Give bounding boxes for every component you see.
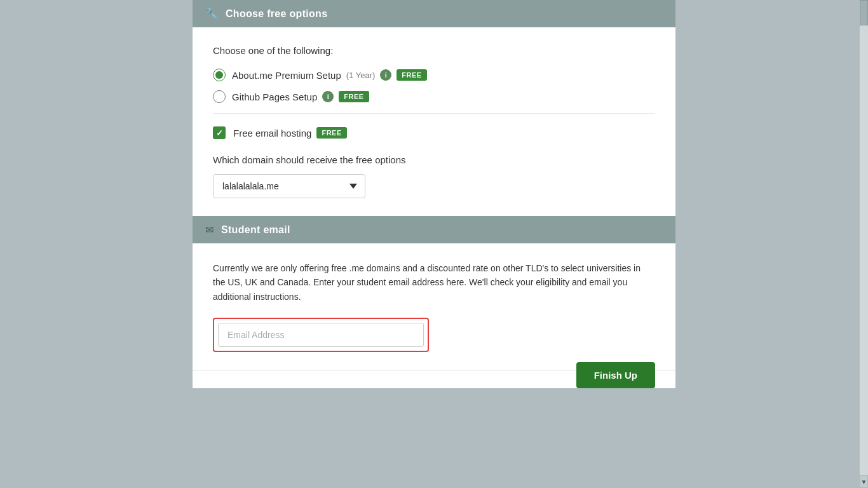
student-email-body: Currently we are only offering free .me … — [193, 243, 675, 370]
option-row-github: Github Pages Setup i FREE — [213, 90, 655, 103]
radio-github[interactable] — [213, 90, 226, 103]
envelope-icon: ✉ — [205, 224, 214, 236]
free-email-label: Free email hosting FREE — [233, 127, 347, 139]
email-input[interactable] — [218, 323, 424, 347]
wrench-icon: 🔧 — [205, 8, 218, 20]
scrollbar-thumb[interactable] — [860, 0, 868, 25]
page-wrapper: 🔧 Choose free options Choose one of the … — [0, 0, 868, 488]
radio-about-me[interactable] — [213, 69, 226, 81]
info-icon-github[interactable]: i — [322, 91, 334, 102]
free-email-row: Free email hosting FREE — [213, 126, 655, 139]
option-label-about-me: About.me Premium Setup (1 Year) i FREE — [232, 69, 427, 81]
student-description: Currently we are only offering free .me … — [213, 261, 655, 304]
free-options-title: Choose free options — [226, 8, 327, 20]
free-badge-github: FREE — [339, 91, 369, 102]
option-row-about-me: About.me Premium Setup (1 Year) i FREE — [213, 69, 655, 81]
email-input-wrapper — [213, 318, 429, 352]
choose-label: Choose one of the following: — [213, 45, 655, 56]
option-year-about-me: (1 Year) — [346, 71, 376, 80]
domain-section: Which domain should receive the free opt… — [213, 154, 655, 198]
finish-button[interactable]: Finish Up — [576, 362, 655, 388]
domain-select[interactable]: lalalalalala.me — [213, 174, 365, 198]
free-options-body: Choose one of the following: About.me Pr… — [193, 27, 675, 216]
student-email-card: ✉ Student email Currently we are only of… — [193, 216, 675, 370]
free-badge-email: FREE — [316, 127, 346, 139]
info-icon-about-me[interactable]: i — [380, 69, 391, 81]
option-label-github: Github Pages Setup i FREE — [232, 91, 369, 102]
student-email-header: ✉ Student email — [193, 216, 675, 243]
free-options-header: 🔧 Choose free options — [193, 0, 675, 27]
checkbox-free-email[interactable] — [213, 126, 226, 139]
free-options-card: 🔧 Choose free options Choose one of the … — [193, 0, 675, 216]
student-email-title: Student email — [221, 224, 290, 236]
scrollbar-track: ▲ ▼ — [859, 0, 868, 488]
section-divider — [213, 113, 655, 114]
free-badge-about-me: FREE — [397, 69, 426, 81]
bottom-bar: Finish Up — [193, 370, 675, 388]
scrollbar-arrow-down[interactable]: ▼ — [860, 475, 868, 488]
domain-label: Which domain should receive the free opt… — [213, 154, 655, 165]
main-content: 🔧 Choose free options Choose one of the … — [193, 0, 675, 388]
